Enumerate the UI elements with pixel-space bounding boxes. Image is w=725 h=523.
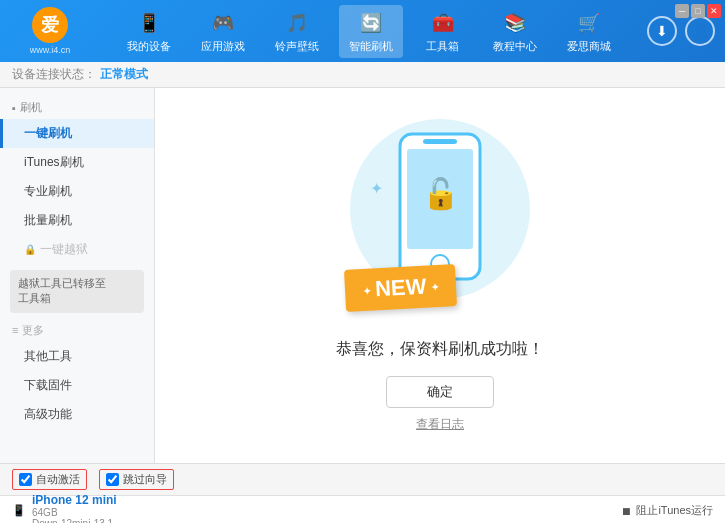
svg-rect-2 [423, 139, 457, 144]
restore-log-link[interactable]: 查看日志 [416, 416, 464, 433]
phone-svg: 🔓 [395, 129, 485, 284]
nav-toolbox-label: 工具箱 [426, 39, 459, 54]
stop-itunes-icon: ⏹ [621, 505, 632, 517]
device-details: iPhone 12 mini 64GB Down-12mini-13,1 [32, 493, 117, 524]
nav-i4-store[interactable]: 🛒 爱思商城 [557, 5, 621, 58]
skip-wizard-checkbox-label[interactable]: 跳过向导 [99, 469, 174, 490]
sidebar-section-flash: ▪ 刷机 [0, 96, 154, 119]
sidebar-info-box: 越狱工具已转移至工具箱 [10, 270, 144, 313]
sidebar-item-itunes-flash[interactable]: iTunes刷机 [0, 148, 154, 177]
apps-games-icon: 🎮 [209, 9, 237, 37]
nav-right-controls: ⬇ 👤 [647, 16, 715, 46]
more-section-label: 更多 [22, 323, 44, 338]
ringtones-icon: 🎵 [283, 9, 311, 37]
sidebar-item-advanced[interactable]: 高级功能 [0, 400, 154, 429]
nav-my-device-label: 我的设备 [127, 39, 171, 54]
new-badge: NEW [344, 264, 457, 312]
nav-smart-flash[interactable]: 🔄 智能刷机 [339, 5, 403, 58]
content-area: ✦ ✦ ✦ 🔓 NEW [155, 88, 725, 463]
nav-smart-flash-label: 智能刷机 [349, 39, 393, 54]
bottom-bar: 自动激活 跳过向导 [0, 463, 725, 495]
device-name: iPhone 12 mini [32, 493, 117, 507]
device-capacity: 64GB [32, 507, 117, 518]
nav-items: 📱 我的设备 🎮 应用游戏 🎵 铃声壁纸 🔄 智能刷机 🧰 工具箱 📚 教程中心… [90, 5, 647, 58]
my-device-icon: 📱 [135, 9, 163, 37]
sidebar-item-other-tools[interactable]: 其他工具 [0, 342, 154, 371]
sidebar-item-batch-flash[interactable]: 批量刷机 [0, 206, 154, 235]
phone-illustration: ✦ ✦ ✦ 🔓 NEW [330, 119, 550, 319]
confirm-button[interactable]: 确定 [386, 376, 494, 408]
sidebar-item-onekey-flash[interactable]: 一键刷机 [0, 119, 154, 148]
nav-ringtones[interactable]: 🎵 铃声壁纸 [265, 5, 329, 58]
status-label: 设备连接状态： [12, 66, 96, 83]
svg-text:🔓: 🔓 [422, 176, 460, 212]
more-section-icon: ≡ [12, 324, 18, 336]
flash-section-icon: ▪ [12, 102, 16, 114]
status-bar: 设备连接状态： 正常模式 [0, 62, 725, 88]
nav-my-device[interactable]: 📱 我的设备 [117, 5, 181, 58]
nav-apps-games[interactable]: 🎮 应用游戏 [191, 5, 255, 58]
i4-store-icon: 🛒 [575, 9, 603, 37]
auto-activate-label: 自动激活 [36, 472, 80, 487]
download-button[interactable]: ⬇ [647, 16, 677, 46]
success-text: 恭喜您，保资料刷机成功啦！ [336, 339, 544, 360]
phone-body-container: 🔓 [395, 129, 485, 287]
stop-itunes-button[interactable]: ⏹ 阻止iTunes运行 [621, 503, 713, 518]
close-button[interactable]: ✕ [707, 4, 721, 18]
nav-tutorials-label: 教程中心 [493, 39, 537, 54]
skip-wizard-label: 跳过向导 [123, 472, 167, 487]
status-value: 正常模式 [100, 66, 148, 83]
logo-subtext: www.i4.cn [30, 45, 71, 55]
skip-wizard-checkbox[interactable] [106, 473, 119, 486]
maximize-button[interactable]: □ [691, 4, 705, 18]
logo-area: 爱 www.i4.cn [10, 7, 90, 55]
window-controls[interactable]: ─ □ ✕ [675, 4, 721, 18]
nav-apps-games-label: 应用游戏 [201, 39, 245, 54]
sidebar: ▪ 刷机 一键刷机 iTunes刷机 专业刷机 批量刷机 🔒 一键越狱 越狱工具… [0, 88, 155, 463]
sidebar-item-pro-flash[interactable]: 专业刷机 [0, 177, 154, 206]
user-button[interactable]: 👤 [685, 16, 715, 46]
auto-activate-checkbox-label[interactable]: 自动激活 [12, 469, 87, 490]
device-info-left: 📱 iPhone 12 mini 64GB Down-12mini-13,1 [12, 493, 117, 524]
auto-activate-checkbox[interactable] [19, 473, 32, 486]
sidebar-item-jailbreak-disabled: 🔒 一键越狱 [0, 235, 154, 264]
sparkle-left: ✦ [370, 179, 383, 198]
nav-ringtones-label: 铃声壁纸 [275, 39, 319, 54]
nav-toolbox[interactable]: 🧰 工具箱 [413, 5, 473, 58]
main-layout: ▪ 刷机 一键刷机 iTunes刷机 专业刷机 批量刷机 🔒 一键越狱 越狱工具… [0, 88, 725, 463]
minimize-button[interactable]: ─ [675, 4, 689, 18]
top-navigation-bar: 爱 www.i4.cn 📱 我的设备 🎮 应用游戏 🎵 铃声壁纸 🔄 智能刷机 … [0, 0, 725, 62]
device-bar: 📱 iPhone 12 mini 64GB Down-12mini-13,1 ⏹… [0, 495, 725, 523]
stop-itunes-label: 阻止iTunes运行 [636, 503, 713, 518]
toolbox-icon: 🧰 [429, 9, 457, 37]
smart-flash-icon: 🔄 [357, 9, 385, 37]
device-phone-icon: 📱 [12, 504, 26, 517]
device-model: Down-12mini-13,1 [32, 518, 117, 524]
flash-section-label: 刷机 [20, 100, 42, 115]
sidebar-item-download-firmware[interactable]: 下载固件 [0, 371, 154, 400]
tutorials-icon: 📚 [501, 9, 529, 37]
nav-i4-store-label: 爱思商城 [567, 39, 611, 54]
logo-icon: 爱 [32, 7, 68, 43]
sidebar-section-more: ≡ 更多 [0, 319, 154, 342]
nav-tutorials[interactable]: 📚 教程中心 [483, 5, 547, 58]
